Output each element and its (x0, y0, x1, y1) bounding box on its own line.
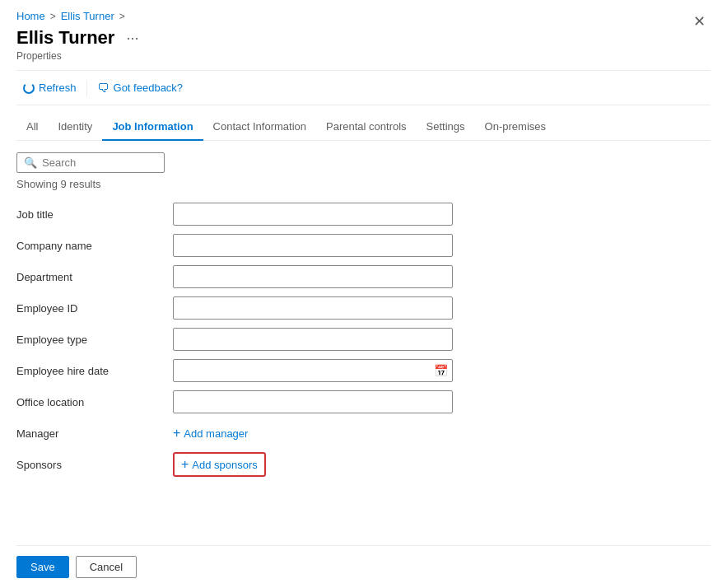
label-sponsors: Sponsors (16, 459, 173, 471)
input-job-title[interactable] (173, 203, 453, 226)
ellipsis-button[interactable]: ··· (121, 28, 143, 49)
label-job-title: Job title (16, 208, 173, 221)
add-manager-plus-icon: + (173, 426, 180, 441)
search-box: 🔍 (16, 152, 165, 173)
label-department: Department (16, 271, 173, 283)
search-input[interactable] (42, 156, 157, 169)
add-sponsors-button[interactable]: + Add sponsors (181, 457, 258, 472)
cancel-button[interactable]: Cancel (76, 556, 137, 578)
refresh-label: Refresh (39, 82, 77, 94)
tab-settings[interactable]: Settings (417, 114, 475, 141)
label-employee-type: Employee type (16, 334, 173, 346)
field-row-sponsors: Sponsors + Add sponsors (16, 452, 711, 477)
field-row-employee-id: Employee ID (16, 296, 711, 320)
field-row-job-title: Job title (16, 202, 711, 226)
feedback-icon: 🗨 (97, 81, 110, 95)
tab-bar: All Identity Job Information Contact Inf… (16, 114, 711, 141)
label-manager: Manager (16, 427, 173, 440)
tab-on-premises[interactable]: On-premises (475, 114, 556, 141)
input-employee-type[interactable] (173, 328, 453, 351)
tab-contact-information[interactable]: Contact Information (203, 114, 316, 141)
refresh-icon (23, 82, 35, 94)
date-input-wrapper: 📅 (173, 359, 453, 382)
feedback-label: Got feedback? (114, 82, 184, 94)
label-employee-hire-date: Employee hire date (16, 365, 173, 377)
field-row-department: Department (16, 264, 711, 289)
form-area: Job title Company name Department Employ… (16, 202, 711, 545)
feedback-button[interactable]: 🗨 Got feedback? (91, 77, 190, 98)
label-employee-id: Employee ID (16, 302, 173, 315)
results-count: Showing 9 results (16, 178, 711, 190)
toolbar: Refresh 🗨 Got feedback? (16, 70, 711, 105)
tab-job-information[interactable]: Job Information (102, 114, 203, 141)
input-department[interactable] (173, 265, 453, 288)
field-row-employee-hire-date: Employee hire date 📅 (16, 358, 711, 383)
field-row-manager: Manager + Add manager (16, 421, 711, 446)
add-sponsors-label: Add sponsors (192, 459, 258, 471)
input-office-location[interactable] (173, 390, 453, 413)
refresh-button[interactable]: Refresh (16, 78, 83, 97)
page-title: Ellis Turner (16, 27, 114, 49)
input-employee-id[interactable] (173, 296, 453, 320)
breadcrumb-home[interactable]: Home (16, 10, 45, 22)
input-company-name[interactable] (173, 234, 453, 257)
breadcrumb-sep2: > (119, 11, 125, 22)
close-button[interactable]: ✕ (687, 10, 711, 33)
input-employee-hire-date[interactable] (173, 359, 453, 382)
breadcrumb: Home > Ellis Turner > (16, 10, 711, 22)
sponsors-highlight: + Add sponsors (173, 452, 266, 477)
tab-parental-controls[interactable]: Parental controls (316, 114, 417, 141)
toolbar-separator (86, 80, 87, 96)
field-row-office-location: Office location (16, 390, 711, 414)
label-company-name: Company name (16, 240, 173, 252)
breadcrumb-user[interactable]: Ellis Turner (61, 10, 114, 22)
label-office-location: Office location (16, 396, 173, 408)
add-manager-label: Add manager (184, 427, 248, 440)
tab-identity[interactable]: Identity (48, 114, 102, 141)
field-row-company-name: Company name (16, 233, 711, 258)
calendar-icon[interactable]: 📅 (434, 364, 448, 377)
subtitle: Properties (16, 50, 711, 62)
add-manager-button[interactable]: + Add manager (173, 426, 248, 441)
breadcrumb-sep1: > (50, 11, 56, 22)
footer: Save Cancel (16, 545, 711, 588)
tab-all[interactable]: All (16, 114, 48, 141)
search-icon: 🔍 (24, 156, 37, 169)
add-sponsors-plus-icon: + (181, 457, 189, 472)
save-button[interactable]: Save (16, 556, 69, 578)
field-row-employee-type: Employee type (16, 327, 711, 352)
